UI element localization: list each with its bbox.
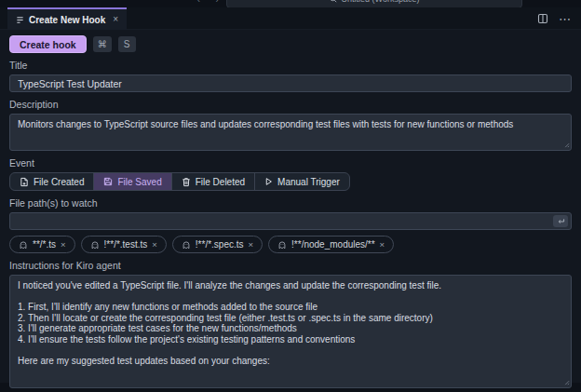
kbd-command-icon: ⌘: [93, 36, 112, 52]
tab-title: Create New Hook: [29, 15, 105, 25]
kiro-ghost-icon: [277, 240, 287, 250]
path-chip: !**/node_modules/** ×: [268, 236, 394, 253]
create-hook-button[interactable]: Create hook: [9, 35, 87, 53]
chip-label: !**/*.test.ts: [104, 239, 148, 250]
save-icon: [103, 177, 113, 186]
window-titlebar: ‹ › Untitled (Workspace): [0, 0, 581, 7]
description-textarea[interactable]: Monitors changes to TypeScript source fi…: [9, 114, 572, 151]
instructions-textarea[interactable]: I noticed you've edited a TypeScript fil…: [9, 275, 572, 388]
file-plus-icon: [20, 177, 29, 187]
create-hook-toolbar: Create hook ⌘ S: [9, 35, 572, 53]
split-editor-icon[interactable]: [537, 13, 548, 24]
description-label: Description: [9, 99, 572, 110]
event-file-created-button[interactable]: File Created: [10, 173, 93, 190]
tab-close-icon[interactable]: ×: [113, 15, 118, 24]
workspace-search-input[interactable]: Untitled (Workspace): [226, 0, 522, 7]
chip-remove-icon[interactable]: ×: [380, 240, 385, 250]
event-option-label: File Deleted: [196, 177, 245, 187]
title-input[interactable]: [9, 74, 572, 92]
kiro-ghost-icon: [19, 240, 28, 250]
event-option-label: File Created: [34, 177, 84, 187]
event-file-deleted-button[interactable]: File Deleted: [171, 173, 254, 190]
event-option-label: File Saved: [117, 177, 161, 187]
event-manual-trigger-button[interactable]: Manual Trigger: [254, 173, 349, 190]
instructions-wrap: I noticed you've edited a TypeScript fil…: [9, 275, 572, 388]
chip-label: **/*.ts: [33, 239, 56, 250]
file-path-wrap: [9, 212, 572, 230]
hook-icon: [16, 16, 24, 24]
trash-icon: [182, 177, 191, 187]
resize-handle-icon[interactable]: [563, 142, 570, 148]
description-wrap: Monitors changes to TypeScript source fi…: [9, 114, 572, 151]
chip-label: !**/node_modules/**: [291, 239, 375, 250]
event-button-group: File Created File Saved File Deleted Man…: [9, 172, 350, 191]
event-option-label: Manual Trigger: [277, 177, 340, 187]
event-file-saved-button[interactable]: File Saved: [93, 173, 170, 190]
path-chip-list: **/*.ts × !**/*.test.ts × !**/*.spec.ts …: [9, 236, 572, 253]
enter-icon[interactable]: [553, 215, 568, 227]
file-paths-label: File path(s) to watch: [9, 197, 572, 209]
chip-remove-icon[interactable]: ×: [249, 240, 254, 250]
kiro-ghost-icon: [182, 240, 191, 250]
play-icon: [264, 177, 273, 186]
hook-editor-panel: Create hook ⌘ S Title Description Monito…: [0, 30, 581, 383]
chip-remove-icon[interactable]: ×: [61, 240, 66, 250]
tab-bar-actions: ⋯: [537, 7, 572, 30]
file-path-input[interactable]: [9, 212, 572, 230]
title-label: Title: [9, 60, 572, 71]
chip-remove-icon[interactable]: ×: [152, 240, 157, 250]
tab-create-new-hook[interactable]: Create New Hook ×: [7, 7, 127, 30]
event-label: Event: [9, 157, 572, 169]
kbd-s-key: S: [118, 36, 136, 52]
workspace-search-text: Untitled (Workspace): [342, 0, 420, 4]
path-chip: !**/*.test.ts ×: [81, 236, 167, 253]
chip-label: !**/*.spec.ts: [196, 239, 244, 250]
resize-handle-icon[interactable]: [563, 379, 570, 385]
more-actions-icon[interactable]: ⋯: [559, 13, 572, 25]
instructions-label: Instructions for Kiro agent: [9, 260, 572, 271]
editor-tab-bar: Create New Hook × ⋯: [0, 7, 581, 30]
kiro-ghost-icon: [90, 240, 100, 250]
search-icon: [330, 0, 337, 3]
nav-history-icons[interactable]: ‹ ›: [197, 0, 225, 5]
path-chip: **/*.ts ×: [9, 236, 75, 253]
path-chip: !**/*.spec.ts ×: [172, 236, 263, 253]
